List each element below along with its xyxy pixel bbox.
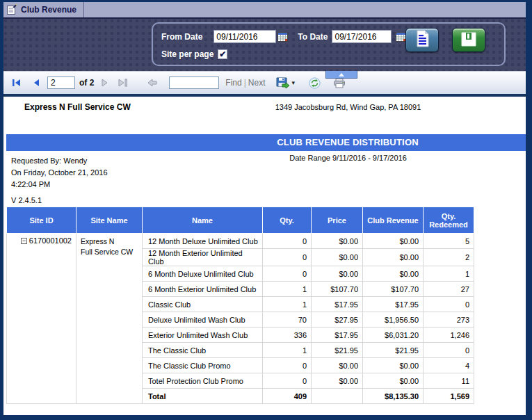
club-revenue-cell: $17.95: [363, 297, 424, 312]
page-number-input[interactable]: [47, 76, 75, 89]
floppy-disk-icon: [460, 31, 477, 50]
refresh-button[interactable]: [307, 76, 322, 90]
qty-redeemed-cell: 0: [424, 297, 474, 312]
qty-redeemed-cell: 4: [424, 358, 474, 373]
table-header-row: Site ID Site Name Name Qty. Price Club R…: [7, 207, 474, 234]
col-header-club-revenue: Club Revenue: [363, 207, 424, 234]
club-name-cell: 12 Month Exterior Unlimited Club: [143, 249, 263, 266]
club-revenue-cell: $21.95: [363, 343, 424, 358]
tab-bar: Club Revenue: [3, 2, 526, 19]
requested-by-line: Requested By: Wendy: [11, 155, 108, 167]
qty-cell: 70: [263, 312, 312, 328]
collapse-group-icon[interactable]: −: [21, 238, 27, 244]
report-banner-title: CLUB REVENUE DISTRIBUTION: [170, 134, 526, 151]
qty-cell: 0: [263, 234, 312, 249]
collapse-parameters-handle[interactable]: [325, 71, 357, 79]
next-link[interactable]: Next: [248, 78, 266, 88]
find-link[interactable]: Find: [225, 78, 241, 88]
requested-time-line: 4:22:04 PM: [11, 179, 108, 191]
first-page-button[interactable]: [10, 77, 24, 88]
qty-redeemed-cell: 11: [424, 373, 474, 389]
qty-redeemed-cell: 1,246: [424, 328, 474, 343]
tab-club-revenue[interactable]: Club Revenue: [3, 2, 84, 17]
qty-redeemed-cell: 0: [424, 343, 474, 358]
last-page-button[interactable]: [116, 77, 129, 88]
price-cell: $0.00: [312, 249, 363, 266]
club-revenue-cell: $0.00: [363, 234, 424, 249]
total-revenue-cell: $8,135.30: [363, 389, 424, 404]
document-icon: [415, 30, 430, 50]
price-cell: $0.00: [312, 358, 363, 373]
qty-cell: 0: [263, 266, 312, 282]
club-name-cell: The Classic Club: [143, 343, 263, 358]
qty-redeemed-cell: 5: [424, 234, 474, 249]
club-revenue-table: Site ID Site Name Name Qty. Price Club R…: [6, 207, 474, 404]
app-window: Club Revenue From Date: [0, 0, 532, 420]
club-revenue-cell: $0.00: [363, 266, 424, 282]
col-header-name: Name: [143, 207, 263, 234]
price-cell: $21.95: [312, 343, 363, 358]
price-cell: $17.95: [312, 328, 363, 343]
next-page-button[interactable]: [99, 77, 111, 88]
price-cell: $0.00: [312, 266, 363, 282]
export-button[interactable]: [275, 76, 291, 90]
col-header-qty: Qty.: [263, 207, 312, 234]
qty-redeemed-cell: 273: [424, 312, 474, 328]
price-cell: $107.70: [312, 282, 363, 297]
club-name-cell: Totel Protection Club Promo: [143, 373, 263, 389]
price-cell: $17.95: [312, 297, 363, 312]
price-cell: $27.95: [312, 312, 363, 328]
from-date-calendar-icon[interactable]: [277, 32, 288, 42]
site-id-cell: −6170001002: [7, 234, 76, 404]
report-page: Express N Full Service CW 1349 Jacobsbur…: [3, 97, 526, 414]
table-body: −6170001002Express NFull Service CW12 Mo…: [7, 234, 474, 404]
report-meta: Requested By: Wendy On Friday, October 2…: [11, 155, 108, 207]
club-name-cell: The Classic Club Promo: [143, 358, 263, 373]
qty-cell: 1: [263, 343, 312, 358]
qty-redeemed-cell: 27: [424, 282, 474, 297]
site-per-page-checkbox[interactable]: [218, 49, 227, 59]
col-header-price: Price: [312, 207, 363, 234]
report-toolbar: of 2 Find | Next: [3, 71, 526, 94]
club-name-cell: Exterior Unlimited Wash Club: [143, 328, 263, 343]
price-cell: $0.00: [312, 234, 363, 249]
col-header-site-name: Site Name: [76, 207, 143, 234]
club-revenue-cell: $6,031.20: [363, 328, 424, 343]
report-banner: CLUB REVENUE DISTRIBUTION: [6, 134, 526, 151]
to-date-input[interactable]: [332, 30, 392, 43]
col-header-qty-redeemed: Qty. Redeemed: [424, 207, 474, 234]
qty-cell: 336: [263, 328, 312, 343]
save-button[interactable]: [452, 28, 485, 52]
find-text-input[interactable]: [169, 76, 219, 89]
previous-page-button[interactable]: [31, 77, 42, 88]
site-name-cell: Express NFull Service CW: [76, 234, 143, 404]
report-site-address: 1349 Jacobsburg Rd, Wind Gap, PA 18091: [170, 103, 526, 111]
parameter-panel: From Date To Date: [152, 22, 506, 66]
back-to-parent-button[interactable]: [146, 77, 159, 88]
tab-label: Club Revenue: [21, 5, 76, 15]
club-revenue-cell: $1,956.50: [363, 312, 424, 328]
collapse-up-icon: [339, 73, 344, 76]
qty-cell: 0: [263, 358, 312, 373]
qty-redeemed-cell: 2: [424, 249, 474, 266]
club-name-cell: 6 Month Exterior Unlimited Club: [143, 282, 263, 297]
from-date-label: From Date: [161, 32, 202, 42]
club-revenue-cell: $0.00: [363, 373, 424, 389]
qty-cell: 0: [263, 249, 312, 266]
from-date-input[interactable]: [213, 30, 276, 43]
export-dropdown-caret[interactable]: ▾: [292, 79, 296, 86]
total-qty-cell: 409: [263, 389, 312, 404]
club-revenue-cell: $0.00: [363, 249, 424, 266]
total-redeemed-cell: 1,569: [424, 389, 474, 404]
price-cell: $0.00: [312, 373, 363, 389]
qty-cell: 1: [263, 282, 312, 297]
report-form-icon: [6, 4, 17, 15]
total-label-cell: Total: [143, 389, 263, 404]
run-report-button[interactable]: [405, 28, 439, 52]
club-name-cell: 6 Month Deluxe Unlimited Club: [143, 266, 263, 282]
requested-on-line: On Friday, October 21, 2016: [11, 167, 108, 179]
club-revenue-cell: $0.00: [363, 358, 424, 373]
find-next-separator: |: [244, 78, 246, 88]
qty-cell: 1: [263, 297, 312, 312]
window-content: Club Revenue From Date: [3, 2, 526, 415]
